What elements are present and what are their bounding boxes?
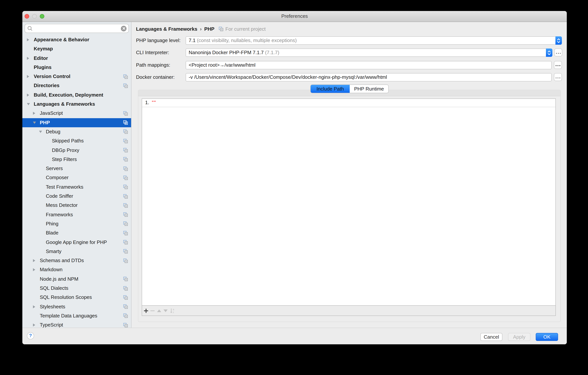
- chevron-right-icon[interactable]: [27, 75, 29, 78]
- combo-stepper-icon[interactable]: [546, 49, 552, 57]
- move-down-button[interactable]: [162, 306, 168, 315]
- path-mappings-label: Path mappings:: [136, 61, 170, 69]
- sidebar-item-template-data-languages[interactable]: Template Data Languages: [22, 311, 131, 321]
- sidebar-item-mess-detector[interactable]: Mess Detector: [22, 201, 131, 210]
- docker-container-field[interactable]: -v /Users/vincent/Workspace/Docker/Compo…: [186, 73, 552, 82]
- minimize-button[interactable]: [32, 14, 37, 19]
- sidebar-item-test-frameworks[interactable]: Test Frameworks: [22, 183, 131, 192]
- sidebar-item-label: Step Filters: [52, 155, 77, 164]
- chevron-right-icon[interactable]: [27, 57, 29, 60]
- sidebar-item-plugins[interactable]: Plugins: [22, 63, 131, 72]
- sidebar-item-debug[interactable]: Debug: [22, 127, 131, 136]
- sort-button[interactable]: a z: [168, 306, 176, 315]
- chevron-down-icon[interactable]: [39, 130, 42, 133]
- footer: ? Cancel Apply OK: [22, 328, 567, 344]
- path-mappings-browse-button[interactable]: [554, 61, 562, 69]
- breadcrumb-section[interactable]: Languages & Frameworks: [136, 26, 197, 32]
- list-item-index: 1.: [145, 100, 149, 105]
- sidebar-item-label: SQL Resolution Scopes: [40, 293, 92, 302]
- sidebar-item-sql-dialects[interactable]: SQL Dialects: [22, 284, 131, 293]
- per-project-icon: [123, 129, 128, 134]
- sidebar-item-javascript[interactable]: JavaScript: [22, 109, 131, 118]
- sidebar-item-label: JavaScript: [40, 109, 63, 118]
- per-project-icon: [123, 249, 128, 254]
- per-project-icon: [123, 240, 128, 245]
- sidebar-item-dbgp-proxy[interactable]: DBGp Proxy: [22, 146, 131, 155]
- chevron-down-icon[interactable]: [33, 121, 36, 124]
- chevron-right-icon[interactable]: [33, 259, 35, 262]
- docker-container-label: Docker container:: [136, 73, 175, 82]
- add-button[interactable]: [143, 306, 149, 315]
- sidebar-item-php[interactable]: PHP: [22, 118, 131, 127]
- sidebar-item-build-execution-deployment[interactable]: Build, Execution, Deployment: [22, 91, 131, 100]
- sidebar-item-frameworks[interactable]: Frameworks: [22, 210, 131, 219]
- sidebar-item-label: Keymap: [34, 44, 53, 54]
- help-button[interactable]: ?: [27, 332, 34, 339]
- sidebar-item-appearance-behavior[interactable]: Appearance & Behavior: [22, 35, 131, 44]
- sidebar-item-stylesheets[interactable]: Stylesheets: [22, 302, 131, 311]
- cli-interpreter-browse-button[interactable]: [554, 49, 562, 56]
- cli-interpreter-select[interactable]: Nanoninja Docker PHP-FPM 7.1.7 (7.1.7): [186, 49, 546, 57]
- sidebar-item-composer[interactable]: Composer: [22, 173, 131, 183]
- php-language-level-select[interactable]: 7.1 (const visibility, nullables, multip…: [186, 36, 556, 45]
- path-mappings-field[interactable]: <Project root>→/var/www/html: [186, 61, 552, 69]
- ok-button[interactable]: OK: [536, 333, 558, 341]
- path-mappings-row: Path mappings: <Project root>→/var/www/h…: [131, 61, 567, 69]
- docker-container-browse-button[interactable]: [554, 73, 562, 81]
- sidebar-item-step-filters[interactable]: Step Filters: [22, 155, 131, 164]
- chevron-right-icon[interactable]: [33, 305, 35, 308]
- sidebar-item-sql-resolution-scopes[interactable]: SQL Resolution Scopes: [22, 293, 131, 302]
- content: Appearance & BehaviorKeymapEditorPlugins…: [22, 22, 567, 328]
- sidebar-item-servers[interactable]: Servers: [22, 164, 131, 173]
- chevron-right-icon[interactable]: [33, 323, 35, 326]
- clear-search-button[interactable]: [121, 26, 126, 31]
- chevron-right-icon[interactable]: [33, 268, 35, 271]
- sidebar-item-languages-frameworks[interactable]: Languages & Frameworks: [22, 100, 131, 109]
- sidebar-item-label: DBGp Proxy: [52, 146, 79, 155]
- sidebar-item-code-sniffer[interactable]: Code Sniffer: [22, 192, 131, 201]
- per-project-icon: [123, 111, 128, 116]
- list-item[interactable]: 1."": [142, 99, 556, 107]
- chevron-right-icon[interactable]: [27, 94, 29, 97]
- sidebar-item-typescript[interactable]: TypeScript: [22, 321, 131, 328]
- sidebar-item-keymap[interactable]: Keymap: [22, 44, 131, 54]
- sidebar-item-smarty[interactable]: Smarty: [22, 247, 131, 256]
- sidebar-item-directories[interactable]: Directories: [22, 81, 131, 91]
- list-toolbar: a z: [142, 305, 556, 315]
- traffic-lights: [25, 14, 44, 19]
- sidebar-item-schemas-and-dtds[interactable]: Schemas and DTDs: [22, 256, 131, 265]
- include-path-list[interactable]: 1."": [142, 99, 556, 305]
- close-button[interactable]: [25, 14, 29, 19]
- cancel-button[interactable]: Cancel: [480, 333, 502, 341]
- per-project-icon: [123, 313, 128, 318]
- sidebar-item-node-js-and-npm[interactable]: Node.js and NPM: [22, 274, 131, 284]
- sidebar-item-label: Code Sniffer: [46, 192, 73, 201]
- per-project-icon: [123, 286, 128, 291]
- chevron-right-icon[interactable]: [33, 112, 35, 115]
- sidebar-item-markdown[interactable]: Markdown: [22, 265, 131, 275]
- sidebar-item-label: TypeScript: [40, 321, 63, 328]
- apply-button[interactable]: Apply: [508, 333, 530, 341]
- chevron-down-icon[interactable]: [27, 103, 30, 105]
- sidebar-item-phing[interactable]: Phing: [22, 219, 131, 229]
- sidebar-item-editor[interactable]: Editor: [22, 54, 131, 63]
- sidebar-item-label: SQL Dialects: [40, 284, 68, 293]
- sidebar-item-blade[interactable]: Blade: [22, 229, 131, 238]
- tab-include-path[interactable]: Include Path: [311, 85, 350, 93]
- combo-stepper-icon[interactable]: [556, 36, 562, 45]
- per-project-icon: [123, 139, 128, 144]
- sidebar-item-google-app-engine-for-php[interactable]: Google App Engine for PHP: [22, 238, 131, 247]
- sidebar-item-label: Template Data Languages: [40, 311, 97, 321]
- sidebar-item-label: Languages & Frameworks: [34, 100, 95, 109]
- settings-search[interactable]: [25, 24, 129, 33]
- search-input[interactable]: [34, 25, 121, 32]
- move-up-button[interactable]: [156, 306, 162, 315]
- zoom-button[interactable]: [40, 14, 44, 19]
- chevron-right-icon[interactable]: [27, 38, 29, 41]
- sidebar-item-version-control[interactable]: Version Control: [22, 72, 131, 81]
- tab-php-runtime[interactable]: PHP Runtime: [350, 85, 388, 93]
- sidebar-item-label: PHP: [40, 118, 50, 127]
- cli-interpreter-label: CLI Interpreter:: [136, 49, 169, 57]
- sidebar-item-skipped-paths[interactable]: Skipped Paths: [22, 136, 131, 146]
- remove-button[interactable]: [149, 306, 156, 315]
